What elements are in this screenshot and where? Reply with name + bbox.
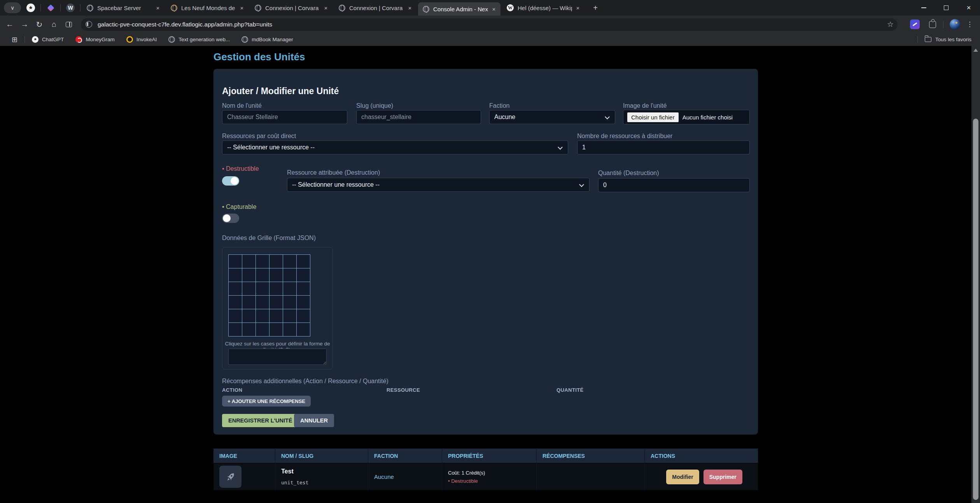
faction-select[interactable]: Aucune bbox=[489, 110, 615, 124]
page-scrollbar[interactable] bbox=[971, 46, 980, 503]
grid-cell[interactable] bbox=[229, 296, 242, 309]
grid-json-textarea[interactable] bbox=[228, 349, 327, 365]
url-text[interactable]: galactic-pve-conquest-c7fe.dev.flatlogic… bbox=[98, 21, 884, 28]
tab-close-icon[interactable]: × bbox=[490, 5, 497, 12]
grid-cell[interactable] bbox=[256, 282, 270, 296]
minimize-button[interactable] bbox=[912, 0, 935, 16]
back-button[interactable]: ← bbox=[3, 18, 16, 31]
reload-button[interactable]: ↻ bbox=[33, 18, 46, 31]
tab-console-admin-nexus[interactable]: Console Admin - Nexus × bbox=[418, 2, 500, 16]
extensions-puzzle-icon[interactable] bbox=[929, 21, 936, 28]
choose-file-button[interactable]: Choisir un fichier bbox=[627, 112, 679, 122]
invokeai-icon bbox=[126, 36, 133, 43]
profile-avatar[interactable] bbox=[950, 19, 960, 30]
extension-icon[interactable] bbox=[910, 19, 920, 29]
scrollbar-thumb[interactable] bbox=[973, 119, 978, 500]
grid-cell[interactable] bbox=[270, 296, 283, 309]
tab-close-icon[interactable]: × bbox=[238, 4, 245, 11]
bookmark-star-icon[interactable]: ☆ bbox=[887, 20, 894, 29]
grid-cell[interactable] bbox=[283, 268, 297, 282]
unit-image-file-input[interactable]: Choisir un fichier Aucun fichier choisi bbox=[623, 110, 750, 124]
scrollbar-up-arrow-icon[interactable] bbox=[973, 49, 978, 52]
capturable-toggle[interactable] bbox=[222, 214, 239, 223]
grid-cell[interactable] bbox=[297, 282, 310, 296]
grid-cell[interactable] bbox=[242, 282, 256, 296]
home-button[interactable]: ⌂ bbox=[47, 18, 61, 31]
destruction-qty-input[interactable] bbox=[598, 178, 750, 192]
save-unit-button[interactable]: ENREGISTRER L'UNITÉ bbox=[222, 414, 299, 427]
distribute-input[interactable] bbox=[577, 140, 750, 154]
grid-cell[interactable] bbox=[283, 323, 297, 337]
grid-cell[interactable] bbox=[256, 255, 270, 268]
cancel-button[interactable]: ANNULER bbox=[294, 414, 334, 427]
maximize-button[interactable] bbox=[935, 0, 957, 16]
close-button[interactable]: × bbox=[957, 0, 980, 16]
grid-cell[interactable] bbox=[256, 309, 270, 323]
grid-cell[interactable] bbox=[256, 268, 270, 282]
split-screen-button[interactable] bbox=[62, 18, 75, 31]
bookmark-chatgpt[interactable]: * ChatGPT bbox=[32, 36, 64, 43]
new-tab-button[interactable]: + bbox=[590, 2, 601, 13]
address-bar[interactable]: galactic-pve-conquest-c7fe.dev.flatlogic… bbox=[81, 18, 898, 31]
bookmarks-bar: ⊞ * ChatGPT MoneyGram InvokeAI Text gene… bbox=[0, 33, 980, 46]
unit-name-input[interactable] bbox=[222, 110, 347, 124]
grid-cell[interactable] bbox=[283, 282, 297, 296]
grid-cell[interactable] bbox=[297, 296, 310, 309]
pinned-tab-wordpress-icon[interactable]: W bbox=[66, 4, 75, 12]
add-reward-button[interactable]: + AJOUTER UNE RÉCOMPENSE bbox=[222, 396, 311, 407]
pinned-tab-gemini[interactable] bbox=[46, 4, 55, 12]
delete-button[interactable]: Supprimer bbox=[704, 470, 742, 484]
bookmark-invokeai[interactable]: InvokeAI bbox=[126, 36, 157, 43]
cost-resource-select[interactable]: -- Sélectionner une ressource -- bbox=[222, 140, 568, 154]
grid-cell[interactable] bbox=[297, 268, 310, 282]
tab-search-chevron-icon[interactable]: ∨ bbox=[4, 2, 21, 13]
tab-close-icon[interactable]: × bbox=[406, 4, 413, 11]
grid-cell[interactable] bbox=[270, 309, 283, 323]
grid-cell[interactable] bbox=[270, 282, 283, 296]
all-favorites-button[interactable]: Tous les favoris bbox=[910, 36, 971, 43]
grid-cell[interactable] bbox=[229, 282, 242, 296]
slug-input[interactable] bbox=[356, 110, 481, 124]
grid-cell[interactable] bbox=[256, 323, 270, 337]
grid-cell[interactable] bbox=[270, 268, 283, 282]
destruction-resource-select[interactable]: -- Sélectionner une ressource -- bbox=[287, 178, 590, 192]
grid-cell[interactable] bbox=[242, 255, 256, 268]
grid-cell[interactable] bbox=[229, 255, 242, 268]
tab-close-icon[interactable]: × bbox=[154, 4, 161, 11]
grid-cell[interactable] bbox=[270, 255, 283, 268]
grid-cell[interactable] bbox=[242, 323, 256, 337]
grid-cell[interactable] bbox=[229, 323, 242, 337]
tab-connexion-corvara-2[interactable]: Connexion | Corvara × bbox=[334, 0, 416, 16]
bookmark-moneygram[interactable]: MoneyGram bbox=[75, 36, 114, 43]
grid-cell[interactable] bbox=[229, 309, 242, 323]
grid-cell[interactable] bbox=[242, 309, 256, 323]
bookmark-mdbook-manager[interactable]: mdBook Manager bbox=[242, 36, 293, 43]
grid-cell[interactable] bbox=[242, 296, 256, 309]
forward-button[interactable]: → bbox=[18, 18, 31, 31]
grid-cell[interactable] bbox=[229, 268, 242, 282]
pinned-tab-chatgpt-icon[interactable]: * bbox=[26, 4, 35, 12]
grid-cell[interactable] bbox=[256, 296, 270, 309]
tab-hel-wikipedia[interactable]: W Hel (déesse) — Wikipédia × bbox=[502, 0, 584, 16]
tab-connexion-corvara-1[interactable]: Connexion | Corvara × bbox=[250, 0, 332, 16]
browser-menu-icon[interactable]: ⋮ bbox=[966, 20, 973, 28]
apps-grid-icon[interactable]: ⊞ bbox=[12, 35, 18, 44]
grid-cell[interactable] bbox=[283, 309, 297, 323]
grid-cell[interactable] bbox=[297, 309, 310, 323]
bookmark-text-generation[interactable]: Text generation web... bbox=[168, 36, 230, 43]
grid-cell[interactable] bbox=[283, 255, 297, 268]
grid-cell[interactable] bbox=[297, 255, 310, 268]
grid-cell[interactable] bbox=[283, 296, 297, 309]
modify-button[interactable]: Modifier bbox=[666, 470, 699, 484]
tab-spacebar-server[interactable]: Spacebar Server × bbox=[82, 0, 164, 16]
bookmark-label: ChatGPT bbox=[42, 37, 64, 42]
grid-cell[interactable] bbox=[297, 323, 310, 337]
tab-close-icon[interactable]: × bbox=[322, 4, 329, 11]
capturable-label: • Capturable bbox=[222, 203, 256, 210]
tab-les-neuf-mondes[interactable]: Les Neuf Mondes de la Mythol × bbox=[166, 0, 248, 16]
grid-cell[interactable] bbox=[270, 323, 283, 337]
tab-close-icon[interactable]: × bbox=[574, 4, 581, 11]
site-info-icon[interactable] bbox=[86, 21, 92, 28]
destructible-toggle[interactable] bbox=[222, 176, 239, 186]
grid-cell[interactable] bbox=[242, 268, 256, 282]
